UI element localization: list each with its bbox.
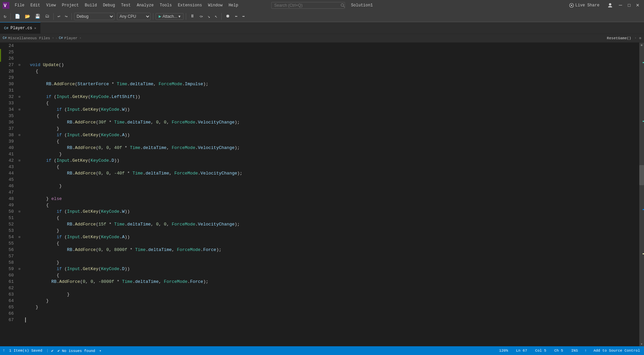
code-line-36[interactable]: RB.AddForce(30f * Time.deltaTime, 0, 0, … xyxy=(25,119,639,125)
toolbar-back-btn[interactable]: ↻ xyxy=(2,13,8,20)
code-line-28[interactable]: { xyxy=(25,68,639,74)
toolbar-undo-btn[interactable]: ↩ xyxy=(56,13,62,20)
code-line-54[interactable]: if (Input.GetKey(KeyCode.A)) xyxy=(25,234,639,240)
code-line-33[interactable]: { xyxy=(25,100,639,106)
code-line-65[interactable]: } xyxy=(25,304,639,310)
fold-btn-27[interactable]: ⊟ xyxy=(16,62,22,68)
scroll-track[interactable] xyxy=(639,47,644,342)
code-line-31[interactable] xyxy=(25,87,639,94)
toolbar-redo-btn[interactable]: ↪ xyxy=(63,13,69,20)
path-dropdown-1[interactable]: ▾ xyxy=(52,36,54,40)
items-saved[interactable]: 1 Item(s) Saved xyxy=(8,349,44,353)
search-input[interactable] xyxy=(271,2,345,9)
toolbar-breakpoint-btn[interactable]: ⏺ xyxy=(224,13,232,20)
code-line-63[interactable]: } xyxy=(25,291,639,298)
code-line-26[interactable] xyxy=(25,55,639,62)
menu-analyze[interactable]: Analyze xyxy=(134,2,156,9)
code-line-25[interactable] xyxy=(25,49,639,55)
menu-build[interactable]: Build xyxy=(82,2,100,9)
path-player[interactable]: Player xyxy=(64,36,77,40)
code-line-59[interactable]: if (Input.GetKey(KeyCode.D)) xyxy=(25,266,639,272)
line-number[interactable]: Ln 67 xyxy=(515,349,529,353)
code-line-60[interactable]: { xyxy=(25,272,639,278)
code-line-30[interactable]: RB.AddForce(StarterForce * Time.deltaTim… xyxy=(25,81,639,87)
maximize-btn[interactable]: ☐ xyxy=(626,0,633,11)
errors-dropdown[interactable]: ▾ xyxy=(99,349,102,353)
fold-btn-54[interactable]: ⊟ xyxy=(16,234,22,240)
fold-btn-59[interactable]: ⊟ xyxy=(16,266,22,272)
code-line-46[interactable]: } xyxy=(25,183,639,189)
code-line-49[interactable]: { xyxy=(25,202,639,208)
attach-btn[interactable]: ▶ Attach... ▾ xyxy=(156,13,183,20)
menu-view[interactable]: View xyxy=(44,2,59,9)
toolbar-step-over-btn[interactable]: ⤼ xyxy=(198,13,205,20)
code-line-24[interactable] xyxy=(25,43,639,49)
close-btn[interactable]: ✕ xyxy=(634,0,641,11)
fold-btn-38[interactable]: ⊟ xyxy=(16,132,22,138)
code-line-27[interactable]: void Update() xyxy=(25,62,639,68)
menu-debug[interactable]: Debug xyxy=(100,2,118,9)
toolbar-save-all-btn[interactable]: 🗂 xyxy=(43,13,51,20)
toolbar-save-btn[interactable]: 💾 xyxy=(33,13,42,20)
code-line-53[interactable]: } xyxy=(25,227,639,234)
code-line-66[interactable] xyxy=(25,310,639,317)
no-issues-label[interactable]: ✔ No issues found xyxy=(56,349,96,353)
code-line-32[interactable]: if (Input.GetKey(KeyCode.LeftShift)) xyxy=(25,94,639,100)
toolbar-open-btn[interactable]: 📂 xyxy=(23,13,32,20)
platform-select[interactable]: Any CPU x64 xyxy=(117,13,151,20)
right-scrollbar[interactable]: ▲ ▼ ⊞ xyxy=(639,43,644,346)
path-dropdown-2[interactable]: ▾ xyxy=(79,36,81,40)
path-method[interactable]: ResetGame() xyxy=(607,36,631,40)
code-line-57[interactable] xyxy=(25,253,639,259)
code-content[interactable]: void Update() { RB.AddForce(StarterForce… xyxy=(22,43,639,346)
toolbar-nav-back-btn[interactable]: ⬅ xyxy=(233,13,239,20)
toolbar-new-btn[interactable]: 📄 xyxy=(13,13,22,20)
menu-edit[interactable]: Edit xyxy=(28,2,43,9)
code-line-50[interactable]: if (Input.GetKey(KeyCode.W)) xyxy=(25,208,639,215)
menu-tools[interactable]: Tools xyxy=(157,2,174,9)
code-line-64[interactable]: } xyxy=(25,298,639,304)
code-line-56[interactable]: RB.AddForce(0, 0, 8000f * Time.deltaTime… xyxy=(25,247,639,253)
code-line-51[interactable]: { xyxy=(25,215,639,221)
menu-file[interactable]: File xyxy=(12,2,27,9)
code-line-62[interactable] xyxy=(25,285,639,291)
toolbar-nav-fwd-btn[interactable]: ➡ xyxy=(240,13,247,20)
fold-btn-32[interactable]: ⊟ xyxy=(16,94,22,100)
add-to-source-control[interactable]: Add to Source Control xyxy=(592,349,641,353)
code-line-29[interactable] xyxy=(25,74,639,81)
code-line-42[interactable]: if (Input.GetKey(KeyCode.D)) xyxy=(25,157,639,164)
menu-help[interactable]: Help xyxy=(226,2,241,9)
menu-extensions[interactable]: Extensions xyxy=(175,2,205,9)
minimize-btn[interactable]: — xyxy=(617,0,624,11)
fold-btn-42[interactable]: ⊟ xyxy=(16,157,22,164)
path-expand-btn[interactable]: ⊕ xyxy=(639,36,641,40)
fold-btn-50[interactable]: ⊟ xyxy=(16,208,22,215)
code-line-44[interactable]: RB.AddForce(0, 0, -40f * Time.deltaTime,… xyxy=(25,170,639,176)
scroll-arrow-down[interactable]: ▼ xyxy=(639,342,644,346)
expand-editor-btn[interactable]: ⊞ xyxy=(639,43,644,47)
zoom-level[interactable]: 120% xyxy=(498,349,509,353)
ins-mode[interactable]: INS xyxy=(570,349,579,353)
code-line-40[interactable]: RB.AddForce(0, 0, 40f * Time.deltaTime, … xyxy=(25,145,639,151)
code-line-52[interactable]: RB.AddForce(15f * Time.deltaTime, 0, 0, … xyxy=(25,221,639,227)
tab-player-cs[interactable]: C# Player.cs ✕ xyxy=(0,22,41,34)
code-line-58[interactable]: } xyxy=(25,259,639,266)
code-line-38[interactable]: if (Input.GetKey(KeyCode.A)) xyxy=(25,132,639,138)
code-line-34[interactable]: if (Input.GetKey(KeyCode.W)) xyxy=(25,106,639,113)
col-number[interactable]: Col 5 xyxy=(534,349,548,353)
scroll-thumb[interactable] xyxy=(639,165,644,185)
solution-config-select[interactable]: Debug Release xyxy=(74,13,114,20)
ch-number[interactable]: Ch 5 xyxy=(553,349,565,353)
menu-test[interactable]: Test xyxy=(118,2,133,9)
code-line-39[interactable]: { xyxy=(25,138,639,145)
code-line-41[interactable]: } xyxy=(25,151,639,157)
code-line-35[interactable]: { xyxy=(25,113,639,119)
tab-close-btn[interactable]: ✕ xyxy=(34,26,36,30)
code-line-45[interactable] xyxy=(25,176,639,183)
menu-window[interactable]: Window xyxy=(205,2,225,9)
code-line-37[interactable]: } xyxy=(25,125,639,132)
code-line-43[interactable]: { xyxy=(25,164,639,170)
menu-project[interactable]: Project xyxy=(59,2,81,9)
toolbar-step-in-btn[interactable]: ↘ xyxy=(206,13,212,20)
toolbar-debug-btn[interactable]: ⏸ xyxy=(189,13,196,20)
